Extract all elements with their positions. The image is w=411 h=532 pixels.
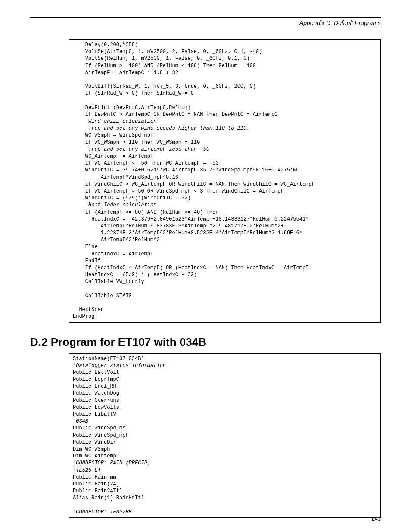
running-header: Appendix D. Default Programs <box>30 19 381 26</box>
section-heading: D.2 Program for ET107 with 034B <box>30 336 381 349</box>
page-number: D-3 <box>372 516 381 522</box>
top-rule <box>30 17 381 18</box>
section-number: D.2 <box>30 336 47 348</box>
section-title: Program for ET107 with 034B <box>51 336 206 348</box>
code-block-2: StationName(ET107_034B) 'Datalogger stat… <box>69 353 381 518</box>
code-block-1: Delay(0,200,MSEC) VoltSe(AirTempC, 1, mV… <box>69 39 381 323</box>
